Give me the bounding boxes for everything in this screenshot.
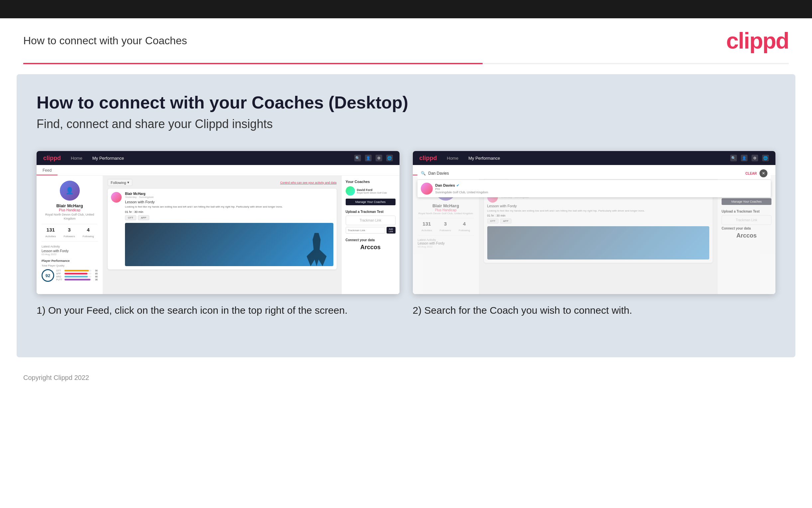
- coach-name: David Ford: [357, 188, 395, 192]
- following-count: 4: [83, 227, 94, 232]
- following-bar: Following ▾ Control who can see your act…: [108, 179, 337, 186]
- app-navbar: clippd Home My Performance 🔍 👤 ⚙ 🌐: [37, 151, 399, 165]
- coach-item: David Ford Royal North Devon Golf Club: [346, 186, 395, 196]
- screenshot-2-card: clippd Home My Performance 🔍 👤 ⚙ 🌐 Feed: [413, 151, 776, 318]
- screenshot-2-frame: clippd Home My Performance 🔍 👤 ⚙ 🌐 Feed: [413, 151, 776, 294]
- pp-bar-arg: ARG 86: [56, 276, 98, 278]
- app-mockup-1: clippd Home My Performance 🔍 👤 ⚙ 🌐 Feed: [37, 151, 399, 294]
- pp-sub: Total Player Quality: [42, 264, 98, 267]
- stat-followers: 3 Followers: [63, 227, 75, 239]
- following-button[interactable]: Following ▾: [108, 179, 132, 186]
- trackman-input-row: Add Link: [346, 227, 395, 234]
- activity-date: 03 Aug 2022: [42, 253, 98, 256]
- footer: Copyright Clippd 2022: [0, 367, 812, 388]
- pp-bar-putt: PUTT 96: [56, 279, 98, 281]
- manage-coaches-button[interactable]: Manage Your Coaches: [346, 199, 395, 205]
- lesson-info: Blair McHarg Yesterday · Sunningdale Les…: [125, 192, 333, 266]
- pp-bars: OTT 90 APP: [56, 269, 98, 282]
- result-club: Sunningdale Golf Club, United Kingdom: [435, 190, 768, 194]
- search-results-dropdown: Dan Davies ✔ Pro Sunningdale Golf Club, …: [418, 180, 771, 197]
- nav-icons-2: 🔍 👤 ⚙ 🌐: [730, 155, 769, 161]
- feed-tab-bar: Feed: [37, 165, 399, 176]
- settings-icon-2[interactable]: ⚙: [752, 155, 758, 161]
- trackman-box: Trackman Link: [346, 216, 395, 225]
- activity-name: Lesson with Fordy: [42, 249, 98, 253]
- user-icon-2[interactable]: 👤: [741, 155, 748, 161]
- header: How to connect with your Coaches clippd: [0, 18, 812, 63]
- result-role: Pro: [435, 187, 768, 190]
- lesson-desc: Looking to feel like my hands are exitin…: [125, 205, 333, 209]
- lesson-tags: OTT APP: [125, 215, 333, 220]
- followers-label: Followers: [63, 235, 75, 238]
- coach-club: Royal North Devon Golf Club: [357, 192, 395, 194]
- search-icon[interactable]: 🔍: [354, 155, 361, 161]
- lesson-duration: 01 hr : 30 min: [125, 210, 333, 214]
- app-logo: clippd: [43, 155, 61, 162]
- screenshot-1-frame: clippd Home My Performance 🔍 👤 ⚙ 🌐 Feed: [37, 151, 399, 294]
- pp-title: Player Performance: [42, 259, 98, 262]
- settings-icon[interactable]: ⚙: [376, 155, 382, 161]
- nav-my-performance: My Performance: [92, 156, 124, 161]
- search-modal: 🔍 Dan Davies CLEAR ✕ Dan Davies: [413, 165, 776, 200]
- screenshot-1-card: clippd Home My Performance 🔍 👤 ⚙ 🌐 Feed: [37, 151, 399, 318]
- lesson-image: [125, 223, 333, 266]
- feed-tab[interactable]: Feed: [37, 166, 57, 175]
- add-link-button[interactable]: Add Link: [387, 227, 395, 234]
- nav-home: Home: [71, 156, 83, 161]
- page-title: How to connect with your Coaches: [23, 35, 187, 47]
- pp-bar-app: APP 85: [56, 272, 98, 275]
- pp-bar-ott: OTT 90: [56, 269, 98, 272]
- user-name: Blair McHarg: [42, 203, 98, 208]
- search-input-value[interactable]: Dan Davies: [428, 171, 743, 176]
- main-subheading: Find, connect and share your Clippd insi…: [37, 117, 775, 131]
- control-link[interactable]: Control who can see your activity and da…: [280, 181, 337, 184]
- stat-activities: 131 Activities: [46, 227, 56, 239]
- search-bar: 🔍 Dan Davies CLEAR ✕: [418, 168, 771, 179]
- upload-title: Upload a Trackman Test: [346, 210, 395, 214]
- tag-ott: OTT: [125, 215, 136, 220]
- main-content: How to connect with your Coaches (Deskto…: [17, 74, 795, 357]
- top-bar: [0, 0, 812, 18]
- golfer-silhouette: [307, 233, 327, 266]
- activities-label: Activities: [46, 235, 56, 238]
- user-icon[interactable]: 👤: [365, 155, 372, 161]
- lesson-card: Blair McHarg Yesterday · Sunningdale Les…: [108, 188, 337, 269]
- connect-title: Connect your data: [346, 238, 395, 242]
- lesson-meta: Yesterday · Sunningdale: [125, 196, 333, 199]
- globe-icon-2[interactable]: 🌐: [762, 155, 769, 161]
- clippd-logo: clippd: [726, 28, 789, 53]
- coach-info: David Ford Royal North Devon Golf Club: [357, 188, 395, 194]
- verified-icon: ✔: [457, 184, 459, 187]
- user-stats: 131 Activities 3 Followers 4 Following: [42, 224, 98, 242]
- pp-score-circle: 92: [42, 269, 54, 282]
- app-logo-2: clippd: [420, 155, 437, 162]
- lesson-poster-avatar: [111, 192, 122, 203]
- lesson-title: Lesson with Fordy: [125, 200, 333, 204]
- user-club: Royal North Devon Golf Club, United King…: [42, 213, 98, 220]
- result-name: Dan Davies ✔: [435, 183, 768, 187]
- main-heading: How to connect with your Coaches (Deskto…: [37, 92, 775, 113]
- close-search-button[interactable]: ✕: [760, 169, 767, 177]
- search-result-item[interactable]: Dan Davies ✔ Pro Sunningdale Golf Club, …: [421, 183, 768, 195]
- globe-icon[interactable]: 🌐: [386, 155, 393, 161]
- coaches-panel: Your Coaches David Ford Royal North Devo…: [341, 176, 399, 294]
- clear-button[interactable]: CLEAR: [746, 172, 757, 175]
- user-handicap: Plus Handicap: [42, 208, 98, 212]
- caption-2: 2) Search for the Coach you wish to conn…: [413, 303, 776, 318]
- player-performance: Player Performance Total Player Quality …: [42, 259, 98, 282]
- nav-home-2: Home: [447, 156, 459, 161]
- user-panel: 👤 Blair McHarg Plus Handicap Royal North…: [37, 176, 103, 294]
- search-icon-2[interactable]: 🔍: [730, 155, 737, 161]
- copyright-text: Copyright Clippd 2022: [23, 374, 89, 381]
- feed-panel: Following ▾ Control who can see your act…: [103, 176, 341, 294]
- avatar: 👤: [60, 181, 80, 201]
- coach-avatar: [346, 186, 355, 196]
- trackman-input[interactable]: [346, 227, 385, 234]
- pp-score-row: 92 OTT 90: [42, 269, 98, 282]
- followers-count: 3: [63, 227, 75, 232]
- result-avatar: [421, 183, 433, 195]
- tag-app: APP: [138, 215, 149, 220]
- app-body: 👤 Blair McHarg Plus Handicap Royal North…: [37, 176, 399, 294]
- app-navbar-2: clippd Home My Performance 🔍 👤 ⚙ 🌐: [413, 151, 776, 165]
- result-info: Dan Davies ✔ Pro Sunningdale Golf Club, …: [435, 183, 768, 194]
